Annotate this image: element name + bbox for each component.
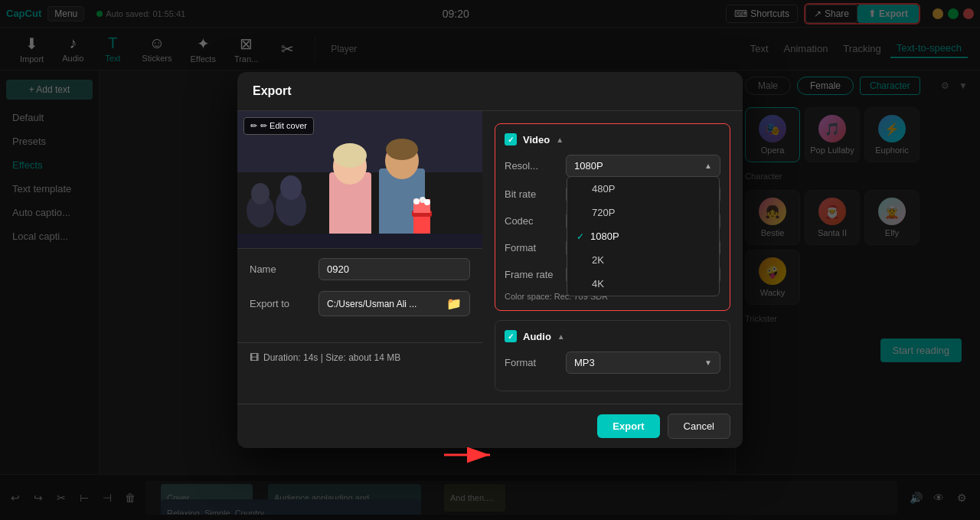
audio-format-value: MP3 [574, 357, 595, 368]
video-collapse-icon[interactable]: ▲ [556, 136, 564, 144]
name-label: Name [250, 263, 318, 275]
audio-format-arrow: ▼ [704, 358, 712, 367]
resolution-option-480p[interactable]: 480P [567, 177, 719, 201]
resolution-option-2k[interactable]: 2K [567, 248, 719, 272]
resolution-dropdown: 480P 720P ✓ 1080P [567, 176, 720, 296]
svg-point-5 [280, 175, 302, 200]
modal-footer-wrapper: Export Cancel [237, 404, 743, 448]
export-arrow-svg [444, 443, 505, 466]
svg-point-11 [386, 139, 418, 160]
duration-info-row: 🎞 Duration: 14s | Size: about 14 MB [237, 342, 482, 372]
resolution-value: 1080P [574, 160, 603, 172]
format-label: Format [505, 242, 566, 253]
svg-point-15 [413, 198, 420, 204]
duration-text: Duration: 14s | Size: about 14 MB [263, 352, 400, 363]
svg-point-17 [424, 199, 430, 205]
svg-point-3 [251, 183, 270, 204]
framerate-label: Frame rate [505, 269, 566, 280]
audio-collapse-icon[interactable]: ▲ [557, 332, 565, 341]
name-input[interactable] [318, 258, 470, 280]
video-section-label: Video [523, 134, 550, 146]
arrow-indicator [444, 443, 505, 469]
modal-overlay: Export [0, 0, 980, 520]
svg-rect-18 [237, 234, 482, 248]
codec-label: Codec [505, 215, 566, 227]
cancel-button[interactable]: Cancel [668, 414, 730, 439]
export-confirm-button[interactable]: Export [597, 414, 659, 438]
audio-check-icon[interactable]: ✓ [505, 330, 517, 342]
resolution-row: Resol... 1080P ▲ 480P [505, 155, 720, 177]
audio-format-row: Format MP3 ▼ [505, 352, 720, 374]
bitrate-label: Bit rate [505, 188, 566, 200]
modal-name-section: Name Export to C:/Users/Usman Ali ... 📁 [237, 249, 482, 336]
film-icon: 🎞 [250, 352, 259, 363]
export-path-text: C:/Users/Usman Ali ... [327, 299, 416, 309]
resolution-option-1080p[interactable]: ✓ 1080P [567, 224, 719, 248]
cinema-scene: ✏ ✏ Edit cover [237, 111, 482, 248]
modal-title: Export [237, 72, 743, 111]
name-row: Name [250, 258, 470, 280]
export-modal: Export [237, 72, 743, 448]
pencil-icon: ✏ [250, 121, 257, 131]
svg-point-8 [333, 143, 367, 168]
resolution-select[interactable]: 1080P ▲ 480P 720P [566, 155, 720, 177]
modal-settings-section: ✓ Video ▲ Resol... 1080P ▲ [482, 111, 743, 404]
preview-image: ✏ ✏ Edit cover [237, 111, 482, 249]
resolution-option-4k[interactable]: 4K [567, 272, 719, 296]
export-path-display[interactable]: C:/Users/Usman Ali ... 📁 [318, 291, 470, 316]
modal-footer: Export Cancel [237, 404, 743, 448]
video-check-icon[interactable]: ✓ [505, 133, 517, 146]
resolution-label: Resol... [505, 160, 566, 172]
edit-cover-button[interactable]: ✏ ✏ Edit cover [243, 117, 314, 135]
export-to-label: Export to [250, 298, 318, 309]
resolution-option-720p[interactable]: 720P [567, 201, 719, 224]
modal-body: ✏ ✏ Edit cover Name Export to C:/Users [237, 111, 743, 404]
video-section-border: ✓ Video ▲ Resol... 1080P ▲ [495, 123, 730, 311]
audio-section: ✓ Audio ▲ Format MP3 ▼ [495, 320, 730, 391]
audio-section-header: ✓ Audio ▲ [505, 330, 720, 342]
modal-preview-section: ✏ ✏ Edit cover Name Export to C:/Users [237, 111, 482, 404]
audio-format-select[interactable]: MP3 ▼ [566, 352, 720, 374]
audio-format-label: Format [505, 357, 566, 368]
folder-icon[interactable]: 📁 [446, 296, 462, 311]
export-to-row: Export to C:/Users/Usman Ali ... 📁 [250, 291, 470, 316]
video-section-header: ✓ Video ▲ [505, 133, 720, 146]
resolution-arrow: ▲ [704, 162, 712, 170]
audio-section-label: Audio [523, 331, 551, 342]
1080p-check: ✓ [577, 231, 584, 242]
